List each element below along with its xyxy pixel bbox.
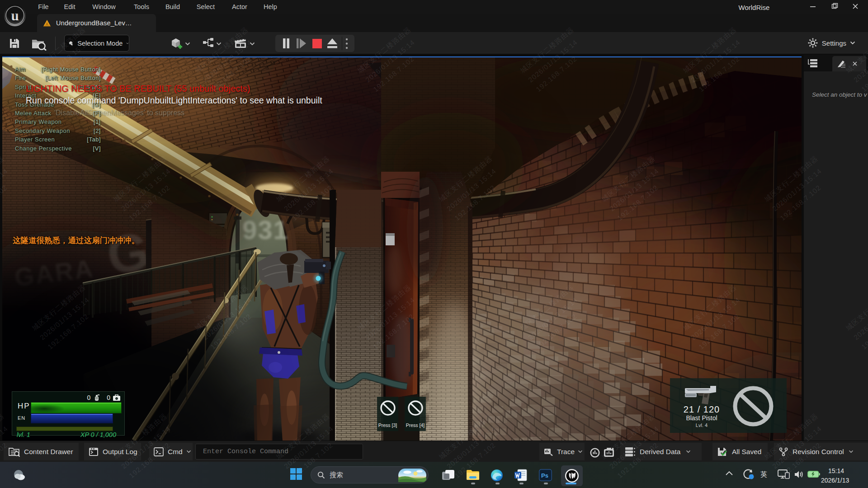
- svg-text:Ps: Ps: [541, 472, 548, 479]
- svg-text:u: u: [11, 8, 19, 23]
